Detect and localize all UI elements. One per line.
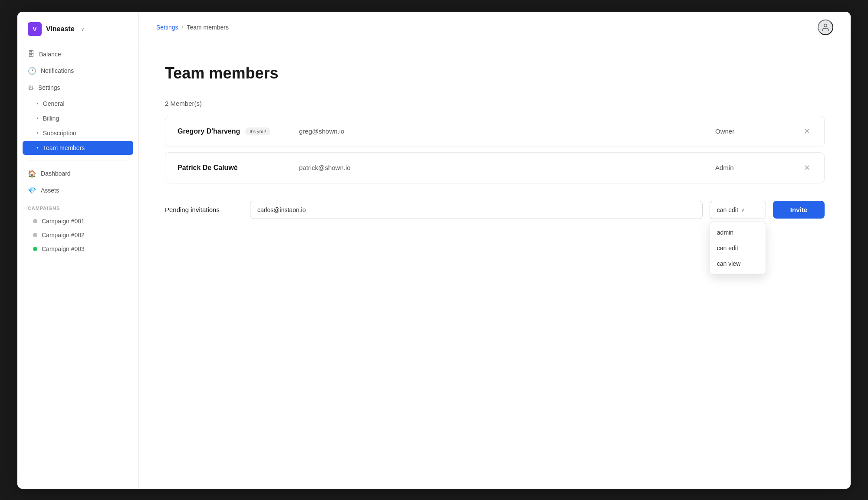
svg-point-0 — [824, 24, 827, 27]
settings-subnav: ● General ● Billing ● Subscription ● Tea… — [17, 97, 138, 155]
page-body: Team members 2 Member(s) Gregory D'harve… — [139, 43, 851, 489]
app-name: Vineaste — [46, 25, 75, 33]
member-1-email: greg@shown.io — [299, 127, 715, 135]
permission-option-admin[interactable]: admin — [710, 225, 766, 240]
member-row: Gregory D'harveng It's you! greg@shown.i… — [165, 116, 825, 147]
extra-nav: 🏠 Dashboard 💎 Assets — [17, 166, 138, 199]
logo-icon: V — [28, 22, 42, 36]
invite-email-input[interactable] — [250, 201, 703, 219]
members-count: 2 Member(s) — [165, 100, 825, 107]
balance-label: Balance — [39, 51, 61, 58]
permission-dropdown-button[interactable]: can edit ∨ — [710, 201, 766, 219]
campaign-dot-gray — [33, 219, 37, 223]
bullet-icon: ● — [36, 101, 39, 105]
settings-label: Settings — [38, 84, 60, 91]
remove-member-2-button[interactable]: ✕ — [802, 162, 812, 173]
divider — [28, 160, 128, 160]
notifications-icon: 🕐 — [28, 67, 36, 75]
sidebar-item-settings[interactable]: ⚙ Settings — [23, 80, 133, 96]
sidebar-item-dashboard[interactable]: 🏠 Dashboard — [23, 166, 133, 182]
sidebar-item-notifications[interactable]: 🕐 Notifications — [23, 63, 133, 79]
campaign-003-label: Campaign #003 — [42, 245, 85, 252]
chevron-down-icon: ∨ — [81, 26, 85, 32]
sidebar-logo[interactable]: V Vineaste ∨ — [17, 22, 138, 46]
assets-label: Assets — [41, 187, 59, 194]
bullet-icon: ● — [36, 131, 39, 135]
member-2-role: Admin — [715, 164, 802, 171]
sidebar-item-campaign-003[interactable]: Campaign #003 — [23, 242, 133, 256]
invite-button[interactable]: Invite — [773, 201, 825, 219]
subscription-label: Subscription — [43, 130, 76, 137]
main-content: Settings / Team members Team members 2 M… — [139, 12, 851, 489]
campaign-dot-gray — [33, 233, 37, 237]
campaign-dot-green — [33, 247, 37, 251]
member-1-role: Owner — [715, 127, 802, 135]
assets-icon: 💎 — [28, 186, 36, 195]
campaign-001-label: Campaign #001 — [42, 218, 85, 225]
member-row: Patrick De Caluwé patrick@shown.io Admin… — [165, 152, 825, 183]
breadcrumb: Settings / Team members — [156, 24, 229, 31]
its-you-badge: It's you! — [245, 127, 270, 135]
breadcrumb-separator: / — [182, 24, 184, 31]
user-avatar-button[interactable] — [818, 20, 833, 35]
member-1-name: Gregory D'harveng It's you! — [178, 127, 299, 135]
billing-label: Billing — [43, 115, 59, 122]
user-icon — [821, 23, 830, 32]
invite-section: Pending invitations can edit ∨ admin can… — [165, 201, 825, 219]
dashboard-label: Dashboard — [41, 170, 71, 177]
permission-option-can-view[interactable]: can view — [710, 256, 766, 271]
sidebar-item-balance[interactable]: 🗄 Balance — [23, 46, 133, 62]
permission-selected-label: can edit — [717, 206, 738, 213]
settings-icon: ⚙ — [28, 84, 34, 92]
sidebar-item-campaign-002[interactable]: Campaign #002 — [23, 228, 133, 242]
page-title: Team members — [165, 64, 825, 82]
topbar: Settings / Team members — [139, 12, 851, 43]
remove-member-1-button[interactable]: ✕ — [802, 126, 812, 137]
sidebar-item-team-members[interactable]: ● Team members — [23, 141, 133, 155]
sidebar-item-billing[interactable]: ● Billing — [23, 111, 133, 125]
sidebar-item-subscription[interactable]: ● Subscription — [23, 126, 133, 140]
invite-label: Pending invitations — [165, 206, 243, 213]
sidebar-item-assets[interactable]: 💎 Assets — [23, 183, 133, 199]
sidebar: V Vineaste ∨ 🗄 Balance 🕐 Notifications ⚙… — [17, 12, 139, 489]
member-2-email: patrick@shown.io — [299, 164, 715, 171]
permission-dropdown-menu: admin can edit can view — [710, 222, 766, 275]
notifications-label: Notifications — [41, 67, 74, 74]
dashboard-icon: 🏠 — [28, 170, 36, 178]
team-members-label: Team members — [43, 144, 85, 151]
bullet-icon: ● — [36, 146, 39, 150]
breadcrumb-current: Team members — [187, 24, 228, 31]
breadcrumb-settings[interactable]: Settings — [156, 24, 178, 31]
campaign-002-label: Campaign #002 — [42, 232, 85, 239]
chevron-down-icon: ∨ — [741, 207, 745, 213]
permission-dropdown-wrapper: can edit ∨ admin can edit can view — [710, 201, 766, 219]
general-label: General — [43, 100, 65, 107]
member-2-name: Patrick De Caluwé — [178, 164, 299, 172]
bullet-icon: ● — [36, 116, 39, 120]
main-nav: 🗄 Balance 🕐 Notifications ⚙ Settings — [17, 46, 138, 96]
sidebar-item-campaign-001[interactable]: Campaign #001 — [23, 214, 133, 228]
balance-icon: 🗄 — [28, 50, 35, 58]
campaigns-section-label: CAMPAIGNS — [17, 199, 138, 214]
permission-option-can-edit[interactable]: can edit — [710, 240, 766, 256]
sidebar-item-general[interactable]: ● General — [23, 97, 133, 111]
